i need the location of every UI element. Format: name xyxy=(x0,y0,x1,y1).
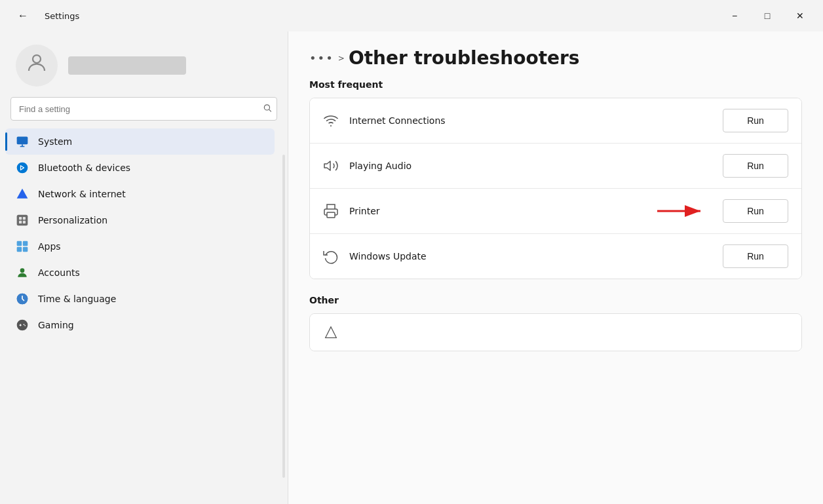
update-icon xyxy=(323,248,339,264)
sidebar: System Bluetooth & devices xyxy=(0,31,288,504)
svg-point-4 xyxy=(17,163,28,174)
back-button[interactable]: ← xyxy=(8,5,38,26)
close-button[interactable]: ✕ xyxy=(785,5,815,26)
sidebar-item-bluetooth[interactable]: Bluetooth & devices xyxy=(5,155,275,181)
svg-marker-29 xyxy=(326,327,337,338)
search-input[interactable] xyxy=(10,97,277,121)
other-list xyxy=(309,313,802,351)
avatar xyxy=(16,45,58,87)
accounts-icon xyxy=(16,266,29,279)
svg-rect-13 xyxy=(17,247,22,252)
profile-section xyxy=(0,31,288,97)
run-printer-button[interactable]: Run xyxy=(723,199,788,223)
other-item-partial xyxy=(310,314,801,351)
minimize-button[interactable]: − xyxy=(719,5,750,26)
troubleshooter-list-frequent: Internet Connections Run xyxy=(309,98,802,279)
svg-point-23 xyxy=(330,125,332,126)
most-frequent-section: Most frequent xyxy=(309,79,802,279)
brush-icon xyxy=(16,214,29,227)
svg-rect-8 xyxy=(23,217,26,220)
troubleshooter-right-internet: Run xyxy=(723,109,788,132)
svg-rect-11 xyxy=(17,241,22,246)
sidebar-item-system-label: System xyxy=(38,136,72,147)
maximize-button[interactable]: □ xyxy=(752,5,782,26)
search-box xyxy=(10,97,277,121)
sidebar-item-accounts-label: Accounts xyxy=(38,267,80,278)
bluetooth-icon xyxy=(16,161,29,174)
troubleshooter-item-winupdate: Windows Update Run xyxy=(310,234,801,279)
breadcrumb-dots: ••• xyxy=(309,51,334,65)
scrollbar[interactable] xyxy=(282,155,285,478)
printer-icon xyxy=(323,203,339,219)
printer-label: Printer xyxy=(349,206,380,216)
svg-marker-25 xyxy=(324,161,330,170)
search-button[interactable] xyxy=(263,104,272,115)
troubleshooter-right-audio: Run xyxy=(723,154,788,178)
other-item-left xyxy=(323,324,339,340)
wifi-icon xyxy=(323,113,339,128)
network-icon xyxy=(16,187,29,201)
troubleshooter-left-audio: Playing Audio xyxy=(323,158,412,174)
arrow-indicator xyxy=(655,202,707,220)
audio-icon xyxy=(323,158,339,174)
svg-rect-10 xyxy=(23,221,26,223)
title-bar-left: ← Settings xyxy=(8,5,79,26)
internet-connections-label: Internet Connections xyxy=(349,115,446,126)
user-icon xyxy=(25,51,48,80)
run-winupdate-button[interactable]: Run xyxy=(723,244,788,268)
run-internet-button[interactable]: Run xyxy=(723,109,788,132)
sidebar-item-personalization-label: Personalization xyxy=(38,215,107,225)
breadcrumb-chevron: > xyxy=(338,54,345,63)
sidebar-item-gaming[interactable]: Gaming xyxy=(5,312,275,338)
svg-point-0 xyxy=(33,55,41,63)
sidebar-item-gaming-label: Gaming xyxy=(38,320,74,330)
troubleshooter-left-winupdate: Windows Update xyxy=(323,248,427,264)
sidebar-item-time-label: Time & language xyxy=(38,294,116,304)
sidebar-item-time[interactable]: Time & language xyxy=(5,286,275,312)
apps-icon xyxy=(16,240,29,253)
profile-name xyxy=(68,56,186,75)
svg-marker-5 xyxy=(17,189,28,199)
time-icon xyxy=(16,292,29,305)
sidebar-item-system[interactable]: System xyxy=(5,128,275,155)
sidebar-item-personalization[interactable]: Personalization xyxy=(5,207,275,233)
sidebar-item-network[interactable]: Network & internet xyxy=(5,181,275,207)
troubleshooter-left-internet: Internet Connections xyxy=(323,113,446,128)
playing-audio-label: Playing Audio xyxy=(349,161,412,171)
troubleshooter-right-printer: Run xyxy=(655,199,788,223)
most-frequent-heading: Most frequent xyxy=(309,79,802,90)
gaming-icon xyxy=(16,319,29,332)
svg-rect-20 xyxy=(19,325,21,326)
sidebar-item-accounts[interactable]: Accounts xyxy=(5,260,275,286)
troubleshooter-left-printer: Printer xyxy=(323,203,380,219)
svg-point-18 xyxy=(17,320,28,331)
other-heading: Other xyxy=(309,295,802,305)
other-icon xyxy=(323,324,339,340)
sidebar-item-apps[interactable]: Apps xyxy=(5,233,275,260)
troubleshooter-item-printer: Printer xyxy=(310,189,801,234)
svg-point-22 xyxy=(24,325,26,326)
nav-area: System Bluetooth & devices xyxy=(0,128,288,504)
other-section: Other xyxy=(309,295,802,351)
breadcrumb: ••• > Other troubleshooters xyxy=(309,47,802,69)
sidebar-item-network-label: Network & internet xyxy=(38,189,126,199)
window-controls: − □ ✕ xyxy=(719,5,815,26)
svg-rect-7 xyxy=(19,217,22,220)
svg-rect-26 xyxy=(327,212,335,218)
content-area: ••• > Other troubleshooters Most frequen… xyxy=(288,31,823,504)
troubleshooter-item-internet: Internet Connections Run xyxy=(310,98,801,144)
sidebar-item-bluetooth-label: Bluetooth & devices xyxy=(38,163,130,173)
sidebar-item-apps-label: Apps xyxy=(38,241,61,252)
svg-rect-14 xyxy=(23,247,28,252)
nav-list: System Bluetooth & devices xyxy=(0,128,280,504)
app-title: Settings xyxy=(45,11,79,21)
monitor-icon xyxy=(16,135,29,148)
svg-line-2 xyxy=(269,109,271,111)
svg-point-1 xyxy=(264,105,269,110)
windows-update-label: Windows Update xyxy=(349,251,427,262)
main-layout: System Bluetooth & devices xyxy=(0,31,823,504)
run-audio-button[interactable]: Run xyxy=(723,154,788,178)
svg-point-21 xyxy=(24,324,25,325)
troubleshooter-right-winupdate: Run xyxy=(723,244,788,268)
svg-rect-12 xyxy=(23,241,28,246)
